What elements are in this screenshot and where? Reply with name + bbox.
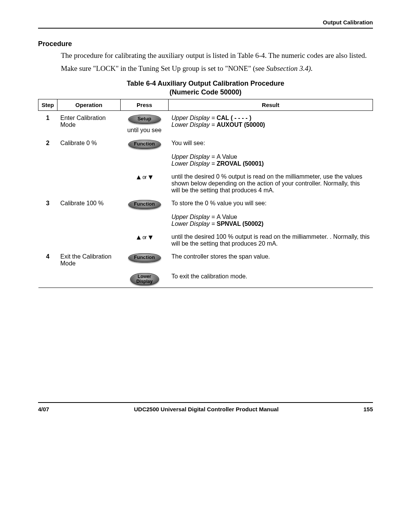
step-result: The controller stores the span value. [169,249,373,269]
step-operation [57,230,121,249]
page-header-section: Output Calibration [38,19,373,29]
step-result: To exit the calibration mode. [169,269,373,288]
lower-display-label: Lower Display = [172,160,217,167]
or-label: or [142,234,146,240]
table-title-line1: Table 6-4 Auxiliary Output Calibration P… [127,80,284,87]
setup-key-icon: Setup [128,115,161,124]
step-number: 2 [38,136,57,169]
up-down-arrows-icon: ▲or▼ [135,233,153,241]
table-row: 1 Enter Calibration Mode Setup until you… [38,111,373,136]
lower-display-label: Lower Display = [172,121,217,128]
step-operation [57,169,121,196]
footer-page-number: 155 [363,406,373,412]
step-result: Upper Display = CAL ( - - - - ) Lower Di… [169,111,373,136]
step-result: You will see: Upper Display = A Value Lo… [169,136,373,169]
step-number [38,230,57,249]
upper-display-value: CAL ( - - - - ) [217,115,251,121]
step-operation: Enter Calibration Mode [57,111,121,136]
lower-display-key-icon: Lower Display [130,273,159,285]
step-number: 3 [38,196,57,230]
step-number: 4 [38,249,57,269]
upper-display-value: A Value [217,153,237,160]
function-key-icon: Function [128,200,161,209]
lower-display-value: AUXOUT (50000) [217,121,265,128]
table-title-line2: (Numeric Code 50000) [169,88,241,96]
intro-paragraph-2b: Subsection 3.4). [266,64,313,72]
step-operation [57,269,121,288]
table-row: 2 Calibrate 0 % Function You will see: U… [38,136,373,169]
col-result: Result [169,99,373,111]
table-title: Table 6-4 Auxiliary Output Calibration P… [38,79,373,97]
function-key-icon: Function [128,253,161,262]
table-row: 4 Exit the Calibration Mode Function The… [38,249,373,269]
or-label: or [142,174,146,180]
upper-display-label: Upper Display = [172,153,217,160]
intro-paragraph-1: The procedure for calibrating the auxili… [61,51,373,60]
step-operation: Calibrate 100 % [57,196,121,230]
step-press: Function [121,196,169,230]
step-press: Function [121,136,169,169]
result-intro: You will see: [172,140,205,146]
footer-title: UDC2500 Universal Digital Controller Pro… [134,406,279,412]
step-operation: Exit the Calibration Mode [57,249,121,269]
step-result: until the desired 0 % output is read on … [169,169,373,196]
step-result: To store the 0 % value you will see: Upp… [169,196,373,230]
step-press: ▲or▼ [121,169,169,196]
up-arrow-icon: ▲ [135,233,142,241]
down-arrow-icon: ▼ [147,233,154,241]
step-number [38,169,57,196]
step-operation: Calibrate 0 % [57,136,121,169]
table-row: ▲or▼ until the desired 100 % output is r… [38,230,373,249]
table-row: 3 Calibrate 100 % Function To store the … [38,196,373,230]
intro-paragraph-2a: Make sure "LOCK" in the Tuning Set Up gr… [61,64,266,72]
lower-display-key-l2: Display [136,279,153,284]
step-number [38,269,57,288]
step-press: ▲or▼ [121,230,169,249]
function-key-icon: Function [128,140,161,149]
up-down-arrows-icon: ▲or▼ [135,173,153,181]
lower-display-label: Lower Display = [172,220,217,227]
step-number: 1 [38,111,57,136]
upper-display-label: Upper Display = [172,115,217,121]
upper-display-label: Upper Display = [172,214,217,220]
step-press: Lower Display [121,269,169,288]
footer-date: 4/07 [38,406,49,412]
upper-display-value: A Value [217,214,237,220]
up-arrow-icon: ▲ [135,173,142,181]
step-press: Setup until you see [121,111,169,136]
lower-display-value: SPNVAL (50002) [217,220,263,227]
step-result: until the desired 100 % output is read o… [169,230,373,249]
procedure-table: Step Operation Press Result 1 Enter Cali… [38,99,373,288]
intro-paragraph-2: Make sure "LOCK" in the Tuning Set Up gr… [61,64,373,73]
step-press: Function [121,249,169,269]
table-row: Lower Display To exit the calibration mo… [38,269,373,288]
page-footer: 4/07 UDC2500 Universal Digital Controlle… [38,402,373,412]
col-step: Step [38,99,57,111]
table-row: ▲or▼ until the desired 0 % output is rea… [38,169,373,196]
col-press: Press [121,99,169,111]
down-arrow-icon: ▼ [147,173,154,181]
result-intro: To store the 0 % value you will see: [172,200,267,206]
section-heading: Procedure [38,40,373,48]
table-header-row: Step Operation Press Result [38,99,373,111]
lower-display-value: ZROVAL (50001) [217,160,264,167]
col-operation: Operation [57,99,121,111]
press-note: until you see [124,127,166,134]
